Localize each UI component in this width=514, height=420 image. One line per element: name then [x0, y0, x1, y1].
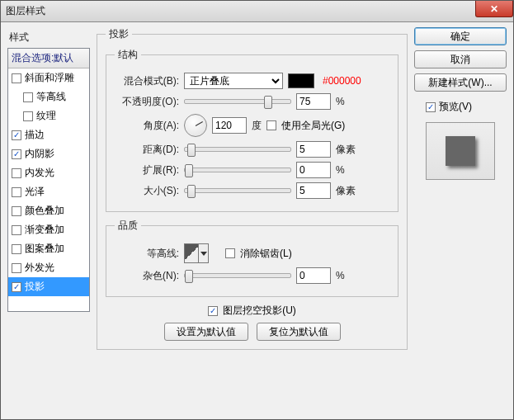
angle-input[interactable] [212, 117, 247, 134]
distance-unit: 像素 [336, 143, 356, 157]
window-title: 图层样式 [6, 4, 45, 18]
blend-options-row[interactable]: 混合选项:默认 [8, 49, 89, 68]
style-item-10[interactable]: 外发光 [8, 258, 89, 277]
angle-dial[interactable] [184, 114, 207, 137]
style-checkbox[interactable] [12, 282, 21, 292]
effect-panel: 投影 结构 混合模式(B): 正片叠底 #000000 不透明度(O): [97, 27, 408, 413]
style-item-7[interactable]: 颜色叠加 [8, 201, 89, 220]
style-item-9[interactable]: 图案叠加 [8, 239, 89, 258]
structure-legend: 结构 [115, 48, 141, 62]
style-checkbox[interactable] [23, 111, 33, 121]
close-button[interactable]: ✕ [475, 1, 513, 17]
noise-slider[interactable] [184, 273, 291, 278]
close-icon: ✕ [490, 3, 498, 15]
noise-input[interactable] [296, 267, 331, 284]
style-checkbox[interactable] [12, 130, 21, 140]
style-item-label: 内发光 [25, 166, 54, 180]
spread-unit: % [336, 164, 345, 176]
angle-unit: 度 [252, 119, 262, 133]
structure-group: 结构 混合模式(B): 正片叠底 #000000 不透明度(O): % [106, 48, 398, 212]
style-item-label: 内阴影 [25, 147, 54, 161]
angle-label: 角度(A): [115, 119, 179, 133]
style-item-3[interactable]: 描边 [8, 125, 89, 144]
quality-group: 品质 等高线: 消除锯齿(L) 杂色(N): % [106, 219, 398, 297]
distance-slider[interactable] [184, 147, 291, 152]
antialias-checkbox[interactable] [225, 248, 235, 258]
reset-default-button[interactable]: 复位为默认值 [257, 323, 341, 341]
styles-column: 样式 混合选项:默认 斜面和浮雕等高线纹理描边内阴影内发光光泽颜色叠加渐变叠加图… [7, 27, 90, 413]
style-item-label: 渐变叠加 [25, 223, 64, 237]
layer-style-dialog: 图层样式 ✕ 样式 混合选项:默认 斜面和浮雕等高线纹理描边内阴影内发光光泽颜色… [0, 0, 514, 420]
make-default-button[interactable]: 设置为默认值 [164, 323, 248, 341]
style-item-label: 等高线 [36, 90, 66, 104]
knockout-label: 图层挖空投影(U) [223, 304, 296, 318]
opacity-slider[interactable] [184, 99, 291, 104]
contour-picker[interactable] [184, 243, 209, 263]
style-item-label: 光泽 [25, 185, 45, 199]
style-checkbox[interactable] [12, 73, 21, 83]
chevron-down-icon [200, 252, 207, 256]
contour-label: 等高线: [115, 247, 179, 261]
style-item-6[interactable]: 光泽 [8, 182, 89, 201]
size-unit: 像素 [336, 184, 356, 198]
preview-label: 预览(V) [439, 100, 472, 114]
style-item-label: 斜面和浮雕 [25, 71, 74, 85]
style-checkbox[interactable] [12, 263, 21, 273]
style-item-0[interactable]: 斜面和浮雕 [8, 68, 89, 87]
opacity-label: 不透明度(O): [115, 95, 179, 109]
style-item-label: 外发光 [25, 261, 54, 275]
style-item-8[interactable]: 渐变叠加 [8, 220, 89, 239]
size-slider[interactable] [184, 188, 291, 193]
style-checkbox[interactable] [12, 244, 21, 254]
new-style-button[interactable]: 新建样式(W)... [414, 73, 507, 92]
style-item-5[interactable]: 内发光 [8, 163, 89, 182]
style-checkbox[interactable] [12, 206, 21, 216]
opacity-input[interactable] [296, 93, 331, 110]
panel-title: 投影 [106, 27, 132, 41]
preview-swatch [446, 136, 475, 166]
style-item-label: 投影 [25, 280, 45, 294]
style-item-label: 纹理 [36, 109, 56, 123]
spread-slider[interactable] [184, 168, 291, 172]
style-item-label: 图案叠加 [25, 242, 64, 256]
panel-fieldset: 投影 结构 混合模式(B): 正片叠底 #000000 不透明度(O): [97, 27, 408, 350]
preview-thumbnail [426, 122, 495, 180]
ok-button[interactable]: 确定 [414, 27, 507, 45]
global-light-checkbox[interactable] [266, 120, 276, 130]
style-checkbox[interactable] [12, 149, 21, 159]
style-item-label: 颜色叠加 [25, 204, 64, 218]
opacity-unit: % [336, 96, 345, 107]
size-label: 大小(S): [115, 184, 179, 198]
spread-label: 扩展(R): [115, 163, 179, 177]
blend-mode-label: 混合模式(B): [115, 74, 179, 88]
color-hex-text: #000000 [323, 75, 361, 87]
noise-unit: % [336, 270, 345, 281]
distance-input[interactable] [296, 141, 331, 158]
cancel-button[interactable]: 取消 [414, 50, 507, 68]
right-column: 确定 取消 新建样式(W)... 预览(V) [414, 27, 507, 413]
style-checkbox[interactable] [12, 187, 21, 197]
quality-legend: 品质 [115, 219, 141, 233]
size-input[interactable] [296, 182, 331, 199]
color-swatch[interactable] [288, 73, 314, 88]
blend-mode-select[interactable]: 正片叠底 [184, 73, 283, 89]
antialias-label: 消除锯齿(L) [240, 247, 292, 261]
style-item-1[interactable]: 等高线 [8, 87, 89, 106]
style-checkbox[interactable] [12, 225, 21, 235]
preview-checkbox[interactable] [426, 102, 436, 112]
style-item-2[interactable]: 纹理 [8, 106, 89, 125]
spread-input[interactable] [296, 162, 331, 178]
style-item-label: 描边 [25, 128, 45, 142]
style-item-11[interactable]: 投影 [8, 277, 89, 296]
titlebar[interactable]: 图层样式 ✕ [1, 1, 513, 22]
noise-label: 杂色(N): [115, 269, 179, 283]
styles-header: 样式 [7, 27, 90, 48]
distance-label: 距离(D): [115, 143, 179, 157]
style-checkbox[interactable] [12, 168, 21, 178]
styles-list: 混合选项:默认 斜面和浮雕等高线纹理描边内阴影内发光光泽颜色叠加渐变叠加图案叠加… [7, 48, 90, 312]
style-checkbox[interactable] [23, 92, 33, 102]
dialog-body: 样式 混合选项:默认 斜面和浮雕等高线纹理描边内阴影内发光光泽颜色叠加渐变叠加图… [1, 22, 513, 419]
style-item-4[interactable]: 内阴影 [8, 144, 89, 163]
global-light-label: 使用全局光(G) [281, 119, 345, 133]
knockout-checkbox[interactable] [208, 306, 218, 316]
